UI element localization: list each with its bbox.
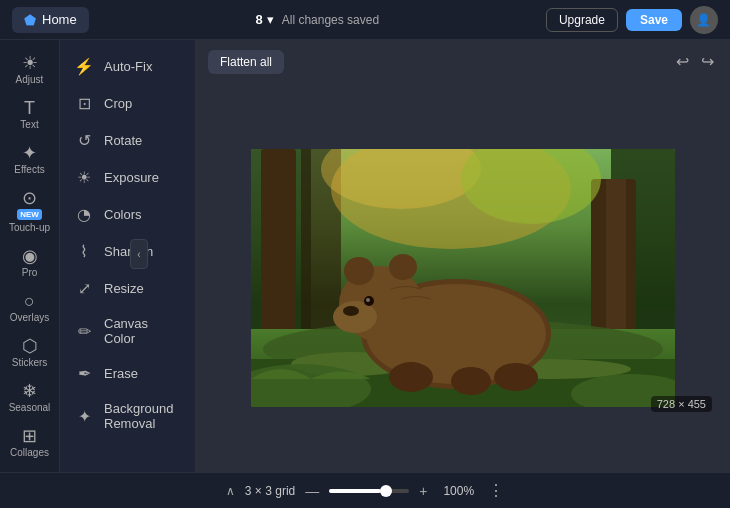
main-area: ☀ Adjust T Text ✦ Effects ⊙ NEW Touch-up…	[0, 40, 730, 472]
topbar-center: 8 ▾ All changes saved	[255, 12, 379, 27]
adjust-label: Adjust	[16, 74, 44, 85]
effects-icon: ✦	[22, 144, 37, 162]
tool-item-auto-fix[interactable]: ⚡ Auto-Fix	[60, 48, 195, 85]
stickers-label: Stickers	[12, 357, 48, 368]
exposure-label: Exposure	[104, 170, 159, 185]
collages-label: Collages	[10, 447, 49, 458]
bottom-bar: ∧ 3 × 3 grid — + 100% ⋮	[0, 472, 730, 508]
text-icon: T	[24, 99, 35, 117]
tool-item-crop[interactable]: ⊡ Crop	[60, 85, 195, 122]
saved-status: All changes saved	[282, 13, 379, 27]
colors-icon: ◔	[74, 205, 94, 224]
zoom-slider-container	[329, 489, 409, 493]
crop-label: Crop	[104, 96, 132, 111]
topbar-left: ⬟ Home	[12, 7, 89, 33]
more-options-icon[interactable]: ⋮	[488, 481, 504, 500]
svg-point-18	[344, 257, 374, 285]
auto-fix-label: Auto-Fix	[104, 59, 152, 74]
collages-icon: ⊞	[22, 427, 37, 445]
undo-button[interactable]: ↩	[672, 48, 693, 75]
svg-point-21	[343, 306, 359, 316]
sidebar-item-overlays[interactable]: ○ Overlays	[4, 286, 56, 329]
svg-point-25	[451, 367, 491, 395]
svg-point-23	[366, 298, 370, 302]
avatar[interactable]: 👤	[690, 6, 718, 34]
zoom-percent: 100%	[443, 484, 474, 498]
canvas-color-label: Canvas Color	[104, 316, 181, 346]
overlays-label: Overlays	[10, 312, 49, 323]
topbar-right: Upgrade Save 👤	[546, 6, 718, 34]
tool-item-colors[interactable]: ◔ Colors	[60, 196, 195, 233]
seasonal-icon: ❄	[22, 382, 37, 400]
sidebar-icons: ☀ Adjust T Text ✦ Effects ⊙ NEW Touch-up…	[0, 40, 60, 472]
zoom-in-button[interactable]: +	[419, 483, 427, 499]
colors-label: Colors	[104, 207, 142, 222]
bear-svg	[251, 149, 675, 407]
dimensions-badge: 728 × 455	[651, 396, 712, 412]
upgrade-button[interactable]: Upgrade	[546, 8, 618, 32]
tool-item-resize[interactable]: ⤢ Resize	[60, 270, 195, 307]
crop-icon: ⊡	[74, 94, 94, 113]
sidebar-item-text[interactable]: T Text	[4, 93, 56, 136]
tool-item-rotate[interactable]: ↺ Rotate	[60, 122, 195, 159]
sidebar-item-touch-up[interactable]: ⊙ NEW Touch-up	[4, 183, 56, 239]
pro-badge: NEW	[17, 209, 42, 220]
redo-button[interactable]: ↪	[697, 48, 718, 75]
canvas-container	[196, 83, 730, 472]
touch-up-icon: ⊙	[22, 189, 37, 207]
bear-image	[251, 149, 675, 407]
pro-icon: ◉	[22, 247, 38, 265]
zoom-slider[interactable]	[329, 489, 409, 493]
adjust-icon: ☀	[22, 54, 38, 72]
pro-label: Pro	[22, 267, 38, 278]
background-removal-label: Background Removal	[104, 401, 181, 431]
text-label: Text	[20, 119, 38, 130]
seasonal-label: Seasonal	[9, 402, 51, 413]
sidebar-item-adjust[interactable]: ☀ Adjust	[4, 48, 56, 91]
tools-panel: ⚡ Auto-Fix ⊡ Crop ↺ Rotate ☀ Exposure ◔ …	[60, 40, 196, 472]
tool-item-erase[interactable]: ✒ Erase	[60, 355, 195, 392]
auto-fix-icon: ⚡	[74, 57, 94, 76]
svg-point-24	[389, 362, 433, 392]
rotate-label: Rotate	[104, 133, 142, 148]
overlays-icon: ○	[24, 292, 35, 310]
erase-label: Erase	[104, 366, 138, 381]
zoom-slider-thumb[interactable]	[380, 485, 392, 497]
save-button[interactable]: Save	[626, 9, 682, 31]
tool-item-sharpen[interactable]: ⌇ Sharpen	[60, 233, 195, 270]
version-number: 8	[255, 12, 262, 27]
undo-redo-group: ↩ ↪	[672, 48, 718, 75]
sidebar-item-effects[interactable]: ✦ Effects	[4, 138, 56, 181]
sidebar-item-stickers[interactable]: ⬡ Stickers	[4, 331, 56, 374]
tool-item-exposure[interactable]: ☀ Exposure	[60, 159, 195, 196]
effects-label: Effects	[14, 164, 44, 175]
topbar: ⬟ Home 8 ▾ All changes saved Upgrade Sav…	[0, 0, 730, 40]
zoom-out-button[interactable]: —	[305, 483, 319, 499]
exposure-icon: ☀	[74, 168, 94, 187]
up-chevron-icon[interactable]: ∧	[226, 484, 235, 498]
resize-label: Resize	[104, 281, 144, 296]
canvas-color-icon: ✏	[74, 322, 94, 341]
sidebar-item-collages[interactable]: ⊞ Collages	[4, 421, 56, 464]
svg-point-26	[494, 363, 538, 391]
resize-icon: ⤢	[74, 279, 94, 298]
canvas-area: Flatten all ↩ ↪	[196, 40, 730, 472]
zoom-slider-fill	[329, 489, 381, 493]
canvas-toolbar: Flatten all ↩ ↪	[196, 40, 730, 83]
home-icon: ⬟	[24, 12, 36, 28]
svg-point-19	[389, 254, 417, 280]
version-chevron[interactable]: ▾	[267, 12, 274, 27]
sidebar-item-pro[interactable]: ◉ Pro	[4, 241, 56, 284]
flatten-all-button[interactable]: Flatten all	[208, 50, 284, 74]
home-button[interactable]: ⬟ Home	[12, 7, 89, 33]
erase-icon: ✒	[74, 364, 94, 383]
tool-item-background-removal[interactable]: ✦ Background Removal	[60, 392, 195, 440]
collapse-panel-button[interactable]: ‹	[130, 239, 148, 269]
touch-up-label: Touch-up	[9, 222, 50, 233]
sidebar-item-seasonal[interactable]: ❄ Seasonal	[4, 376, 56, 419]
rotate-icon: ↺	[74, 131, 94, 150]
home-label: Home	[42, 12, 77, 27]
background-removal-icon: ✦	[74, 407, 94, 426]
sharpen-icon: ⌇	[74, 242, 94, 261]
tool-item-canvas-color[interactable]: ✏ Canvas Color	[60, 307, 195, 355]
